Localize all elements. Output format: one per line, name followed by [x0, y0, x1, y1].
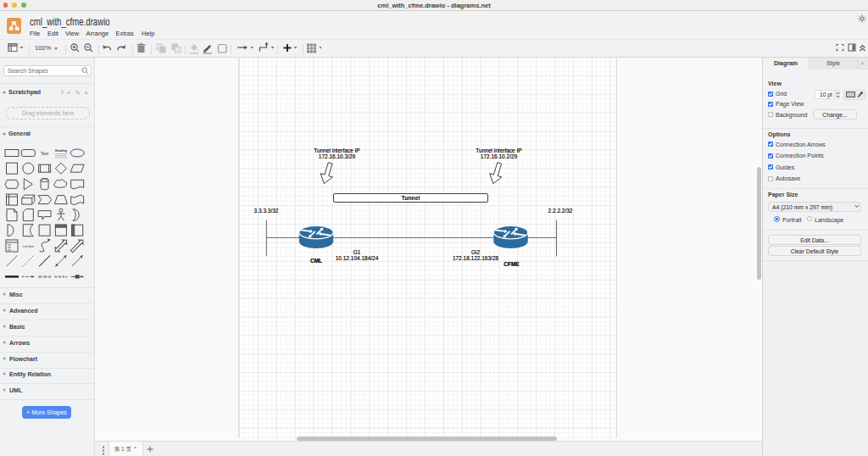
svg-text:Heading: Heading	[55, 149, 67, 153]
svg-text:List Item: List Item	[23, 245, 35, 248]
svg-text:Text: Text	[41, 151, 49, 156]
